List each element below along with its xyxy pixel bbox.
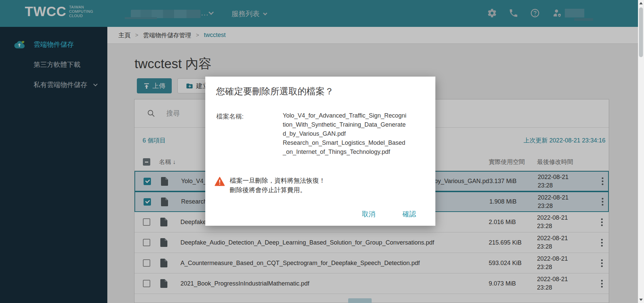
warning-icon bbox=[215, 177, 225, 186]
file-name-list: Yolo_V4_for_Advanced_Traffic_Sign_Recogn… bbox=[283, 111, 408, 157]
warning-text: 檔案一旦刪除，資料將無法恢復！ 刪除後將會停止計算費用。 bbox=[230, 176, 325, 195]
vertical-scrollbar[interactable] bbox=[638, 0, 644, 303]
file-name-label: 檔案名稱: bbox=[216, 112, 244, 121]
confirm-button[interactable]: 確認 bbox=[402, 210, 416, 219]
file-name-item: Yolo_V4_for_Advanced_Traffic_Sign_Recogn… bbox=[283, 111, 408, 138]
scroll-down-arrow-icon[interactable] bbox=[639, 299, 643, 301]
file-name-item: Research_on_Smart_Logistics_Model_Based_… bbox=[283, 138, 408, 157]
delete-confirm-dialog: 您確定要刪除所選取的檔案？ 檔案名稱: Yolo_V4_for_Advanced… bbox=[205, 77, 435, 226]
twcc-app: TWCC TAIWAN COMPUTING CLOUD … 服務列表 bbox=[0, 0, 644, 303]
scrollbar-thumb[interactable] bbox=[639, 7, 643, 57]
cancel-button[interactable]: 取消 bbox=[362, 210, 375, 219]
dialog-title: 您確定要刪除所選取的檔案？ bbox=[216, 85, 334, 97]
scroll-up-arrow-icon[interactable] bbox=[639, 2, 643, 4]
